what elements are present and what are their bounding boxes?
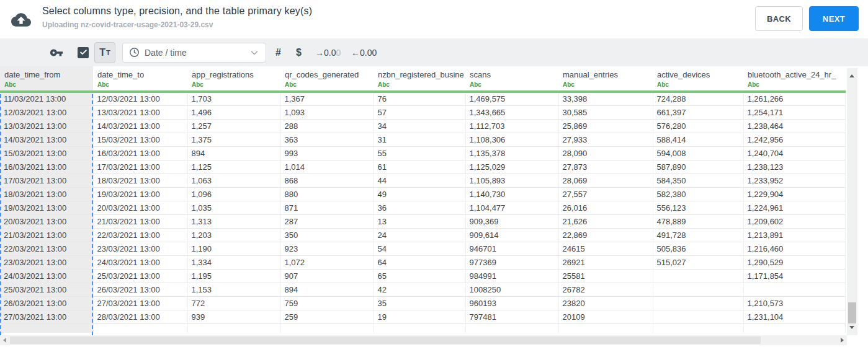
cell[interactable]: 661,397 bbox=[653, 105, 743, 119]
cell[interactable]: 15/03/2021 13:00 bbox=[93, 133, 187, 146]
cell[interactable]: 1,229,904 bbox=[743, 187, 845, 201]
cell[interactable]: 977369 bbox=[465, 255, 558, 269]
cell[interactable]: 1,153 bbox=[187, 283, 280, 296]
cell[interactable]: 1,334 bbox=[187, 255, 280, 269]
cell[interactable]: 31 bbox=[374, 133, 465, 146]
cell[interactable]: 1,210,573 bbox=[743, 296, 845, 310]
cell[interactable]: 20/03/2021 13:00 bbox=[0, 214, 93, 228]
cell[interactable]: 909,614 bbox=[465, 228, 558, 242]
cell[interactable]: 1,313 bbox=[187, 214, 280, 228]
cell[interactable]: 1,703 bbox=[187, 92, 280, 105]
cell[interactable] bbox=[743, 283, 845, 296]
cell[interactable]: 1,213,891 bbox=[743, 228, 845, 242]
primary-key-button[interactable] bbox=[50, 46, 63, 59]
cell[interactable] bbox=[374, 323, 465, 333]
cell[interactable]: 1008250 bbox=[465, 283, 558, 296]
cell[interactable]: 15/03/2021 13:00 bbox=[0, 146, 93, 160]
cell[interactable]: 946701 bbox=[465, 242, 558, 255]
cell[interactable]: 25/03/2021 13:00 bbox=[93, 269, 187, 283]
cell[interactable] bbox=[93, 323, 187, 333]
cell[interactable]: 13/03/2021 13:00 bbox=[0, 119, 93, 133]
horizontal-scrollbar[interactable] bbox=[0, 335, 847, 345]
cell[interactable]: 19/03/2021 13:00 bbox=[0, 201, 93, 214]
cell[interactable] bbox=[280, 323, 374, 333]
cell[interactable]: 21/03/2021 13:00 bbox=[93, 214, 187, 228]
cell[interactable]: 27/03/2021 13:00 bbox=[93, 296, 187, 310]
text-type-button[interactable]: TT bbox=[94, 42, 115, 63]
cell[interactable]: 1,257 bbox=[187, 119, 280, 133]
cell[interactable]: 587,890 bbox=[653, 160, 743, 174]
column-header-date_time_to[interactable]: date_time_toAbc bbox=[93, 66, 187, 92]
column-type-dropdown[interactable]: Date / time bbox=[122, 43, 266, 63]
cell[interactable]: 16/03/2021 13:00 bbox=[0, 160, 93, 174]
cell[interactable] bbox=[653, 296, 743, 310]
horizontal-scrollbar-thumb[interactable] bbox=[10, 336, 761, 344]
cell[interactable]: 1,238,464 bbox=[743, 119, 845, 133]
cell[interactable]: 13 bbox=[374, 214, 465, 228]
cell[interactable]: 1,125 bbox=[187, 160, 280, 174]
currency-type-button[interactable]: $ bbox=[296, 47, 302, 58]
cell[interactable]: 1,140,730 bbox=[465, 187, 558, 201]
cell[interactable]: 13/03/2021 13:00 bbox=[93, 105, 187, 119]
cell[interactable] bbox=[653, 323, 743, 333]
cell[interactable]: 259 bbox=[280, 310, 374, 323]
cell[interactable]: 19/03/2021 13:00 bbox=[93, 187, 187, 201]
cell[interactable]: 1,238,123 bbox=[743, 160, 845, 174]
cell[interactable]: 24/03/2021 13:00 bbox=[0, 269, 93, 283]
cell[interactable]: 26/03/2021 13:00 bbox=[93, 283, 187, 296]
cell[interactable]: 363 bbox=[280, 133, 374, 146]
cell[interactable]: 27/03/2021 13:00 bbox=[0, 310, 93, 323]
cell[interactable]: 25,869 bbox=[558, 119, 653, 133]
cell[interactable]: 1,233,952 bbox=[743, 174, 845, 187]
cell[interactable]: 44 bbox=[374, 174, 465, 187]
cell[interactable]: 1,105,893 bbox=[465, 174, 558, 187]
cell[interactable]: 797481 bbox=[465, 310, 558, 323]
cell[interactable]: 868 bbox=[280, 174, 374, 187]
cell[interactable]: 54 bbox=[374, 242, 465, 255]
cell[interactable]: 350 bbox=[280, 228, 374, 242]
cell[interactable]: 923 bbox=[280, 242, 374, 255]
cell[interactable]: 1,469,575 bbox=[465, 92, 558, 105]
cell[interactable]: 909,369 bbox=[465, 214, 558, 228]
cell[interactable]: 1,375 bbox=[187, 133, 280, 146]
cell[interactable]: 26921 bbox=[558, 255, 653, 269]
cell[interactable]: 17/03/2021 13:00 bbox=[93, 160, 187, 174]
cell[interactable]: 23/03/2021 13:00 bbox=[0, 255, 93, 269]
scroll-up-arrow-icon[interactable] bbox=[849, 74, 854, 77]
cell[interactable]: 288 bbox=[280, 119, 374, 133]
cell[interactable]: 287 bbox=[280, 214, 374, 228]
cell[interactable]: 1,171,854 bbox=[743, 269, 845, 283]
cell[interactable]: 939 bbox=[187, 310, 280, 323]
cell[interactable]: 1,190 bbox=[187, 242, 280, 255]
cell[interactable]: 724,288 bbox=[653, 92, 743, 105]
cell[interactable]: 588,414 bbox=[653, 133, 743, 146]
cell[interactable]: 24 bbox=[374, 228, 465, 242]
scroll-down-arrow-icon[interactable] bbox=[849, 326, 854, 329]
cell[interactable]: 14/03/2021 13:00 bbox=[0, 133, 93, 146]
cell[interactable]: 772 bbox=[187, 296, 280, 310]
cell[interactable]: 993 bbox=[280, 146, 374, 160]
column-header-qr_codes_generated[interactable]: qr_codes_generatedAbc bbox=[280, 66, 374, 92]
increase-decimal-button[interactable]: →0.00 bbox=[315, 48, 341, 58]
cell[interactable]: 1,343,665 bbox=[465, 105, 558, 119]
cell[interactable]: 1,014 bbox=[280, 160, 374, 174]
vertical-scrollbar-thumb[interactable] bbox=[848, 302, 856, 323]
cell[interactable]: 35 bbox=[374, 296, 465, 310]
cell[interactable]: 1,203 bbox=[187, 228, 280, 242]
cell[interactable] bbox=[653, 269, 743, 283]
cell[interactable]: 1,072 bbox=[280, 255, 374, 269]
cell[interactable]: 1,209,602 bbox=[743, 214, 845, 228]
cell[interactable]: 1,093 bbox=[280, 105, 374, 119]
cell[interactable]: 1,290,529 bbox=[743, 255, 845, 269]
cell[interactable]: 28/03/2021 13:00 bbox=[93, 310, 187, 323]
cell[interactable]: 21,626 bbox=[558, 214, 653, 228]
cell[interactable] bbox=[653, 283, 743, 296]
cell[interactable]: 1,135,378 bbox=[465, 146, 558, 160]
cell[interactable] bbox=[558, 323, 653, 333]
cell[interactable]: 22/03/2021 13:00 bbox=[0, 242, 93, 255]
cell[interactable]: 30,585 bbox=[558, 105, 653, 119]
cell[interactable]: 1,231,104 bbox=[743, 310, 845, 323]
column-header-app_registrations[interactable]: app_registrationsAbc bbox=[187, 66, 280, 92]
column-header-nzbn_registered_busine[interactable]: nzbn_registered_busineAbc bbox=[374, 66, 465, 92]
include-column-checkbox[interactable] bbox=[78, 47, 89, 58]
